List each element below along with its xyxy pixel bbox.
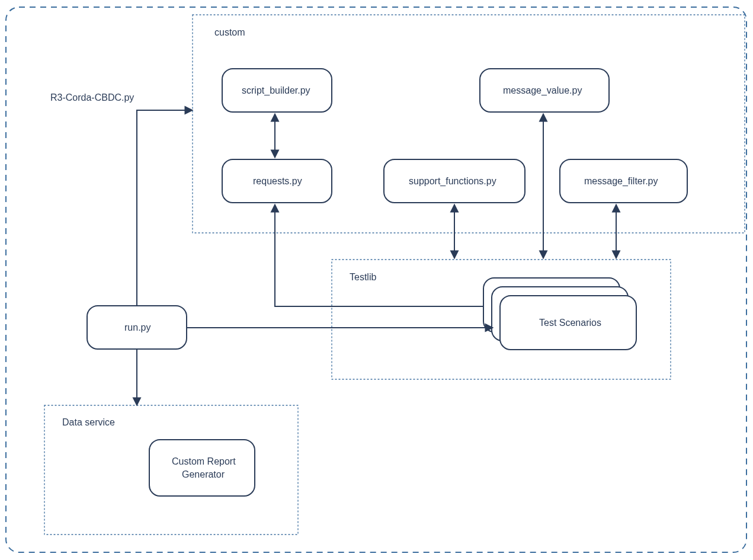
architecture-diagram: custom Testlib Data service R3-Corda-CBD… xyxy=(0,0,753,560)
node-message-value-label: message_value.py xyxy=(503,85,582,96)
node-script-builder-label: script_builder.py xyxy=(242,85,310,96)
group-custom-label: custom xyxy=(214,27,245,37)
outer-label: R3-Corda-CBDC.py xyxy=(50,92,134,103)
node-report-generator-label-2: Generator xyxy=(182,469,225,479)
group-dataservice-label: Data service xyxy=(62,417,115,427)
group-testlib-label: Testlib xyxy=(350,272,376,282)
edge-testscenarios-requests xyxy=(275,204,483,306)
node-run-label: run.py xyxy=(124,322,150,332)
node-support-functions-label: support_functions.py xyxy=(409,176,496,187)
node-report-generator-label-1: Custom Report xyxy=(172,456,236,466)
node-requests-label: requests.py xyxy=(253,176,302,186)
node-test-scenarios-label: Test Scenarios xyxy=(539,318,601,328)
node-report-generator xyxy=(149,440,255,496)
node-message-filter-label: message_filter.py xyxy=(584,176,658,187)
edge-run-to-custom xyxy=(137,110,193,306)
